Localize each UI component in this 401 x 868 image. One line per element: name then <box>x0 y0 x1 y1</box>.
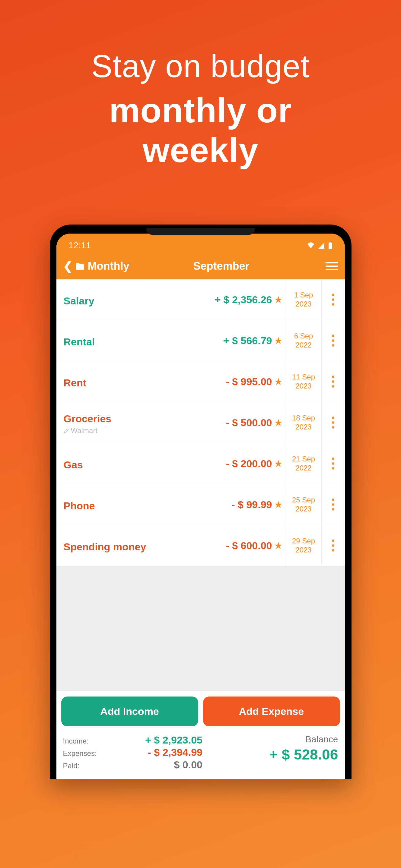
transaction-row[interactable]: Rent - $ 995.00 ★ 11 Sep 2023 <box>56 361 345 402</box>
star-icon: ★ <box>275 336 282 346</box>
transaction-row[interactable]: Salary + $ 2,356.26 ★ 1 Sep 2023 <box>56 279 345 320</box>
action-bar: Add Income Add Expense <box>56 691 345 730</box>
summary-expenses-value: - $ 2,394.99 <box>108 747 203 758</box>
transaction-name: Groceries <box>64 413 222 425</box>
summary-expenses-label: Expenses: <box>63 749 108 758</box>
transaction-name: Rental <box>64 336 220 348</box>
transaction-amount: - $ 600.00 <box>226 540 272 552</box>
more-vertical-icon <box>332 293 334 306</box>
transaction-note: Walmart <box>64 427 222 435</box>
transaction-name: Spending money <box>64 541 222 553</box>
more-vertical-icon <box>332 498 334 510</box>
add-income-button[interactable]: Add Income <box>61 696 198 726</box>
more-vertical-icon <box>332 539 334 552</box>
transaction-date: 11 Sep 2023 <box>286 361 321 402</box>
transaction-name: Salary <box>64 295 211 307</box>
transaction-row[interactable]: Phone - $ 99.99 ★ 25 Sep 2023 <box>56 484 345 525</box>
hero-text: Stay on budget monthly or weekly <box>91 48 310 170</box>
more-vertical-icon <box>332 375 334 388</box>
chevron-left-icon: ❮ <box>63 259 73 273</box>
transaction-name: Phone <box>64 500 228 512</box>
transaction-date: 29 Sep 2023 <box>286 525 321 566</box>
transaction-row[interactable]: Spending money - $ 600.00 ★ 29 Sep 2023 <box>56 525 345 566</box>
transaction-amount: - $ 995.00 <box>226 376 272 388</box>
row-menu-button[interactable] <box>321 279 345 320</box>
transaction-date: 25 Sep 2023 <box>286 484 321 525</box>
more-vertical-icon <box>332 416 334 429</box>
transaction-date: 21 Sep 2022 <box>286 443 321 484</box>
empty-area <box>56 566 345 691</box>
battery-icon <box>328 242 333 249</box>
row-menu-button[interactable] <box>321 525 345 566</box>
summary-bar: Income: + $ 2,923.05 Expenses: - $ 2,394… <box>56 730 345 779</box>
balance-value: + $ 528.06 <box>211 746 338 763</box>
wifi-icon <box>307 242 315 249</box>
star-icon: ★ <box>275 459 282 469</box>
period-title[interactable]: September <box>117 260 325 273</box>
summary-paid-value: $ 0.00 <box>108 759 203 771</box>
hero-line-2b: weekly <box>91 130 310 170</box>
star-icon: ★ <box>275 500 282 510</box>
transaction-name: Rent <box>64 377 222 389</box>
row-menu-button[interactable] <box>321 361 345 402</box>
phone-notch <box>146 228 255 235</box>
row-menu-button[interactable] <box>321 443 345 484</box>
transaction-date: 6 Sep 2022 <box>286 320 321 361</box>
transaction-date: 18 Sep 2023 <box>286 402 321 443</box>
row-menu-button[interactable] <box>321 402 345 443</box>
transaction-amount: - $ 500.00 <box>226 417 272 429</box>
transaction-row[interactable]: Gas - $ 200.00 ★ 21 Sep 2022 <box>56 443 345 484</box>
transactions-list: Salary + $ 2,356.26 ★ 1 Sep 2023 Rental … <box>56 279 345 566</box>
add-expense-button[interactable]: Add Expense <box>203 696 340 726</box>
svg-rect-0 <box>330 242 331 243</box>
svg-rect-1 <box>328 243 332 249</box>
row-menu-button[interactable] <box>321 484 345 525</box>
summary-paid-label: Paid: <box>63 762 108 770</box>
transaction-amount: - $ 200.00 <box>226 458 272 470</box>
more-vertical-icon <box>332 335 334 347</box>
signal-icon <box>318 242 325 249</box>
hero-line-1: Stay on budget <box>91 48 310 84</box>
star-icon: ★ <box>275 418 282 428</box>
pencil-icon <box>64 428 69 433</box>
star-icon: ★ <box>275 541 282 551</box>
hero-line-2a: monthly or <box>91 90 310 130</box>
transaction-amount: - $ 99.99 <box>231 499 272 510</box>
transaction-row[interactable]: Rental + $ 566.79 ★ 6 Sep 2022 <box>56 320 345 361</box>
balance-label: Balance <box>211 734 338 744</box>
status-time: 12:11 <box>68 240 91 250</box>
summary-income-value: + $ 2,923.05 <box>108 734 203 746</box>
status-bar: 12:11 <box>56 234 345 254</box>
app-header: ❮ Monthly September <box>56 254 345 279</box>
transaction-date: 1 Sep 2023 <box>286 279 321 320</box>
phone-frame: 12:11 ❮ Monthly September Salary + <box>50 224 351 779</box>
app-screen: 12:11 ❮ Monthly September Salary + <box>56 234 345 779</box>
summary-income-label: Income: <box>63 737 108 745</box>
transaction-name: Gas <box>64 459 222 471</box>
status-icons <box>307 242 333 249</box>
transaction-row[interactable]: Groceries Walmart - $ 500.00 ★ 18 Sep 20… <box>56 402 345 443</box>
transaction-amount: + $ 566.79 <box>223 335 272 347</box>
folder-icon <box>76 262 85 270</box>
more-vertical-icon <box>332 458 334 470</box>
transaction-amount: + $ 2,356.26 <box>214 294 272 306</box>
star-icon: ★ <box>275 377 282 387</box>
row-menu-button[interactable] <box>321 320 345 361</box>
star-icon: ★ <box>275 295 282 305</box>
menu-button[interactable] <box>325 262 338 270</box>
